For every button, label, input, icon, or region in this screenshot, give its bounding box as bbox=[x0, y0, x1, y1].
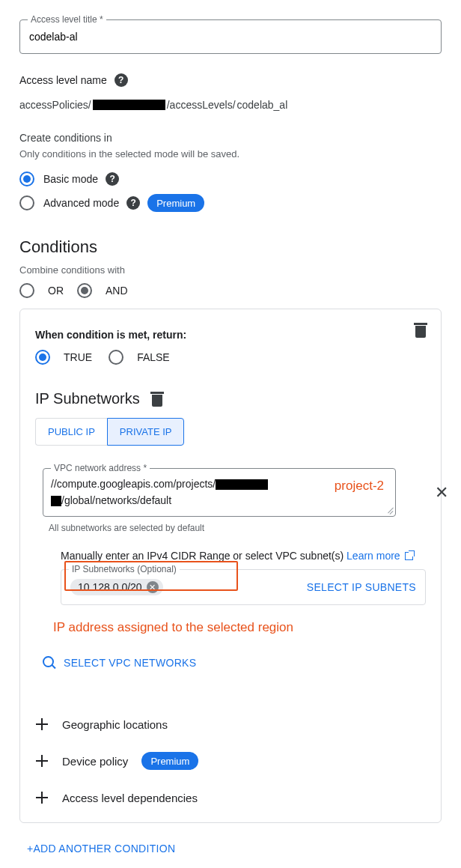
combine-label: Combine conditions with bbox=[19, 264, 442, 276]
add-device-policy-row[interactable]: Device policy Premium bbox=[35, 752, 426, 770]
ip-subnetworks-heading: IP Subnetworks bbox=[35, 390, 426, 407]
tab-private-ip[interactable]: PRIVATE IP bbox=[107, 418, 185, 446]
manual-cidr-text: Manually enter an IPv4 CIDR Range or sel… bbox=[61, 550, 426, 562]
help-icon[interactable]: ? bbox=[126, 196, 140, 210]
annotation-ip: IP address assigned to the selected regi… bbox=[53, 620, 426, 635]
subnet-caption: All subnetworks are selected by default bbox=[49, 523, 426, 533]
ip-type-tabs: PUBLIC IP PRIVATE IP bbox=[35, 418, 426, 446]
select-vpc-networks-button[interactable]: SELECT VPC NETWORKS bbox=[64, 657, 196, 669]
redacted-org-id bbox=[93, 100, 165, 110]
plus-icon bbox=[35, 754, 49, 768]
basic-mode-radio[interactable] bbox=[19, 172, 34, 186]
plus-icon bbox=[35, 791, 49, 804]
premium-badge: Premium bbox=[141, 752, 198, 770]
ip-subnetworks-field[interactable]: IP Subnetworks (Optional) 10.128.0.0/20 … bbox=[61, 569, 426, 605]
help-icon[interactable]: ? bbox=[106, 172, 119, 186]
create-conditions-label: Create conditions in bbox=[19, 132, 442, 144]
access-level-name-row: Access level name ? bbox=[19, 73, 442, 87]
return-row: TRUE FALSE bbox=[35, 350, 426, 365]
create-conditions-helper: Only conditions in the selected mode wil… bbox=[19, 148, 442, 160]
access-level-title-field[interactable]: Access level title * bbox=[19, 19, 442, 54]
conditions-heading: Conditions bbox=[19, 237, 442, 257]
combine-row: OR AND bbox=[19, 283, 442, 298]
return-true-radio[interactable] bbox=[35, 350, 50, 365]
combine-or-radio[interactable] bbox=[19, 283, 34, 298]
vpc-network-address-label: VPC network address * bbox=[51, 463, 150, 473]
condition-card: When condition is met, return: TRUE FALS… bbox=[19, 309, 442, 823]
add-geographic-locations-row[interactable]: Geographic locations bbox=[35, 717, 426, 731]
manual-cidr-block: Manually enter an IPv4 CIDR Range or sel… bbox=[61, 550, 426, 635]
annotation-project: project-2 bbox=[335, 479, 384, 494]
access-level-name-value: accessPolicies//accessLevels/codelab_al bbox=[19, 99, 442, 111]
ip-chip: 10.128.0.0/20 ✕ bbox=[70, 579, 163, 595]
when-condition-label: When condition is met, return: bbox=[35, 329, 426, 341]
help-icon[interactable]: ? bbox=[115, 73, 128, 87]
redacted-prefix bbox=[51, 496, 61, 506]
delete-condition-icon[interactable] bbox=[414, 323, 427, 338]
search-icon bbox=[43, 656, 56, 670]
select-ip-subnets-button[interactable]: SELECT IP SUBNETS bbox=[307, 581, 416, 593]
delete-ip-subnetworks-icon[interactable] bbox=[150, 392, 164, 407]
access-level-name-label: Access level name bbox=[19, 74, 107, 86]
select-vpc-networks-row[interactable]: SELECT VPC NETWORKS bbox=[43, 656, 426, 670]
plus-icon bbox=[35, 717, 49, 731]
learn-more-link[interactable]: Learn more bbox=[346, 550, 412, 562]
advanced-mode-radio[interactable] bbox=[19, 195, 34, 210]
add-another-condition-button[interactable]: +ADD ANOTHER CONDITION bbox=[19, 843, 442, 855]
premium-badge: Premium bbox=[147, 194, 204, 212]
basic-mode-row[interactable]: Basic mode ? bbox=[19, 172, 442, 186]
remove-ip-chip-icon[interactable]: ✕ bbox=[147, 581, 159, 593]
add-access-level-deps-row[interactable]: Access level dependencies bbox=[35, 791, 426, 804]
external-link-icon bbox=[405, 552, 413, 560]
tab-public-ip[interactable]: PUBLIC IP bbox=[35, 418, 107, 446]
remove-vpc-icon[interactable]: ✕ bbox=[435, 483, 448, 503]
combine-and-radio[interactable] bbox=[77, 283, 92, 298]
advanced-mode-row[interactable]: Advanced mode ? Premium bbox=[19, 194, 442, 212]
return-false-radio[interactable] bbox=[109, 350, 123, 365]
access-level-title-input[interactable] bbox=[29, 31, 432, 43]
redacted-project bbox=[216, 479, 268, 490]
resize-handle-icon[interactable] bbox=[385, 506, 393, 514]
vpc-entry: VPC network address * //compute.googleap… bbox=[35, 446, 426, 696]
ip-subnetworks-label: IP Subnetworks (Optional) bbox=[69, 564, 180, 574]
access-level-title-label: Access level title * bbox=[28, 14, 106, 25]
